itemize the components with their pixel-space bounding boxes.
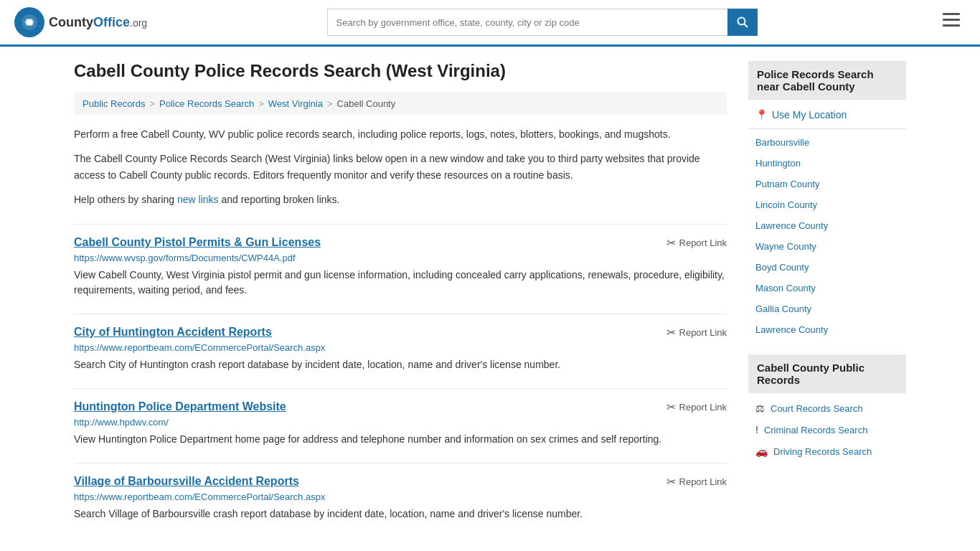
result-title-2[interactable]: Huntington Police Department Website bbox=[74, 400, 286, 413]
new-links-link[interactable]: new links bbox=[177, 194, 219, 205]
report-icon-3: ✂ bbox=[666, 475, 676, 489]
svg-rect-5 bbox=[943, 13, 960, 15]
desc-para1: Perform a free Cabell County, WV public … bbox=[74, 126, 727, 142]
public-records-header: Cabell County Public Records bbox=[748, 354, 906, 393]
results-container: Cabell County Pistol Permits & Gun Licen… bbox=[74, 224, 727, 522]
report-icon-1: ✂ bbox=[666, 326, 676, 339]
breadcrumb-current: Cabell County bbox=[337, 98, 396, 109]
logo[interactable]: CountyOffice.org bbox=[14, 7, 147, 37]
public-records-item-1[interactable]: !Criminal Records Search bbox=[748, 419, 906, 441]
site-header: CountyOffice.org bbox=[0, 0, 980, 47]
report-label-3: Report Link bbox=[679, 476, 727, 487]
public-records-item-0[interactable]: ⚖Court Records Search bbox=[748, 397, 906, 419]
nearby-item-3[interactable]: Lincoln County bbox=[748, 194, 906, 215]
report-icon-2: ✂ bbox=[666, 400, 676, 414]
svg-point-3 bbox=[738, 18, 745, 25]
result-header-0: Cabell County Pistol Permits & Gun Licen… bbox=[74, 236, 727, 250]
nearby-link-0[interactable]: Barboursville bbox=[755, 137, 809, 148]
sidebar: Police Records Search near Cabell County… bbox=[748, 61, 906, 522]
breadcrumb-public-records[interactable]: Public Records bbox=[83, 98, 145, 109]
nearby-item-7[interactable]: Mason County bbox=[748, 278, 906, 298]
search-button[interactable] bbox=[727, 9, 758, 36]
nearby-link-8[interactable]: Gallia County bbox=[755, 303, 811, 314]
report-link-3[interactable]: ✂ Report Link bbox=[666, 475, 727, 489]
logo-wordmark: CountyOffice.org bbox=[49, 15, 147, 30]
breadcrumb-sep-3: > bbox=[327, 98, 333, 109]
result-header-2: Huntington Police Department Website ✂ R… bbox=[74, 400, 727, 414]
hamburger-menu-button[interactable] bbox=[937, 10, 966, 34]
nearby-item-6[interactable]: Boyd County bbox=[748, 257, 906, 278]
nearby-header: Police Records Search near Cabell County bbox=[748, 61, 906, 100]
result-title-0[interactable]: Cabell County Pistol Permits & Gun Licen… bbox=[74, 236, 321, 249]
desc-para3-suffix: and reporting broken links. bbox=[219, 194, 340, 205]
report-link-2[interactable]: ✂ Report Link bbox=[666, 400, 727, 414]
result-desc-2: View Huntington Police Department home p… bbox=[74, 432, 727, 447]
nearby-link-3[interactable]: Lincoln County bbox=[755, 199, 817, 210]
hamburger-icon bbox=[943, 13, 960, 27]
svg-rect-6 bbox=[943, 19, 960, 21]
pr-link-2[interactable]: Driving Records Search bbox=[773, 446, 872, 457]
pr-icon-0: ⚖ bbox=[755, 402, 765, 414]
logo-icon bbox=[14, 7, 44, 37]
nearby-section: Police Records Search near Cabell County… bbox=[748, 61, 906, 340]
desc-para2: The Cabell County Police Records Search … bbox=[74, 151, 727, 183]
nearby-link-9[interactable]: Lawrence County bbox=[755, 324, 828, 335]
report-link-1[interactable]: ✂ Report Link bbox=[666, 326, 727, 339]
result-url-0[interactable]: https://www.wvsp.gov/forms/Documents/CWP… bbox=[74, 253, 727, 263]
svg-point-2 bbox=[27, 19, 32, 25]
public-records-item-2[interactable]: 🚗Driving Records Search bbox=[748, 441, 906, 462]
nearby-link-4[interactable]: Lawrence County bbox=[755, 220, 828, 231]
nearby-link-5[interactable]: Wayne County bbox=[755, 241, 816, 252]
main-content: Cabell County Police Records Search (Wes… bbox=[74, 61, 727, 522]
result-item-3: Village of Barboursville Accident Report… bbox=[74, 463, 727, 522]
desc-para3: Help others by sharing new links and rep… bbox=[74, 192, 727, 207]
breadcrumb: Public Records > Police Records Search >… bbox=[74, 93, 727, 115]
nearby-item-9[interactable]: Lawrence County bbox=[748, 319, 906, 340]
nearby-item-8[interactable]: Gallia County bbox=[748, 298, 906, 319]
result-url-3[interactable]: https://www.reportbeam.com/ECommercePort… bbox=[74, 491, 727, 502]
pr-link-0[interactable]: Court Records Search bbox=[771, 403, 863, 414]
nearby-link-6[interactable]: Boyd County bbox=[755, 262, 809, 273]
breadcrumb-police-records[interactable]: Police Records Search bbox=[159, 98, 254, 109]
nearby-item-1[interactable]: Huntington bbox=[748, 153, 906, 174]
report-link-0[interactable]: ✂ Report Link bbox=[666, 236, 727, 250]
main-container: Cabell County Police Records Search (Wes… bbox=[60, 47, 920, 536]
result-url-2[interactable]: http://www.hpdwv.com/ bbox=[74, 417, 727, 428]
result-desc-1: Search City of Huntington crash report d… bbox=[74, 357, 727, 372]
result-header-3: Village of Barboursville Accident Report… bbox=[74, 475, 727, 489]
result-title-1[interactable]: City of Huntington Accident Reports bbox=[74, 326, 272, 339]
sidebar-divider bbox=[748, 128, 906, 129]
search-area bbox=[327, 9, 758, 36]
nearby-link-1[interactable]: Huntington bbox=[755, 158, 801, 169]
svg-line-4 bbox=[744, 24, 748, 28]
nearby-item-5[interactable]: Wayne County bbox=[748, 236, 906, 257]
breadcrumb-west-virginia[interactable]: West Virginia bbox=[268, 98, 323, 109]
result-title-3[interactable]: Village of Barboursville Accident Report… bbox=[74, 475, 299, 488]
nearby-item-4[interactable]: Lawrence County bbox=[748, 215, 906, 236]
nearby-link-2[interactable]: Putnam County bbox=[755, 179, 820, 189]
report-label-2: Report Link bbox=[679, 402, 727, 413]
search-icon bbox=[737, 17, 748, 28]
pr-icon-2: 🚗 bbox=[755, 446, 768, 457]
svg-rect-7 bbox=[943, 24, 960, 27]
desc-para3-prefix: Help others by sharing bbox=[74, 194, 177, 205]
result-item-0: Cabell County Pistol Permits & Gun Licen… bbox=[74, 224, 727, 298]
public-records-section: Cabell County Public Records ⚖Court Reco… bbox=[748, 354, 906, 462]
use-my-location-link[interactable]: Use My Location bbox=[772, 109, 847, 121]
report-label-0: Report Link bbox=[679, 237, 727, 248]
report-icon-0: ✂ bbox=[666, 236, 676, 250]
breadcrumb-sep-2: > bbox=[258, 98, 264, 109]
pr-link-1[interactable]: Criminal Records Search bbox=[764, 425, 868, 435]
use-my-location[interactable]: 📍 Use My Location bbox=[748, 104, 906, 126]
result-url-1[interactable]: https://www.reportbeam.com/ECommercePort… bbox=[74, 342, 727, 353]
nearby-link-7[interactable]: Mason County bbox=[755, 283, 816, 293]
location-pin-icon: 📍 bbox=[755, 109, 768, 121]
result-desc-3: Search Village of Barboursville crash re… bbox=[74, 507, 727, 522]
nearby-item-0[interactable]: Barboursville bbox=[748, 132, 906, 153]
result-item-1: City of Huntington Accident Reports ✂ Re… bbox=[74, 314, 727, 372]
public-records-items: ⚖Court Records Search!Criminal Records S… bbox=[748, 397, 906, 462]
report-label-1: Report Link bbox=[679, 327, 727, 338]
result-item-2: Huntington Police Department Website ✂ R… bbox=[74, 388, 727, 447]
search-input[interactable] bbox=[327, 9, 727, 36]
nearby-item-2[interactable]: Putnam County bbox=[748, 174, 906, 194]
